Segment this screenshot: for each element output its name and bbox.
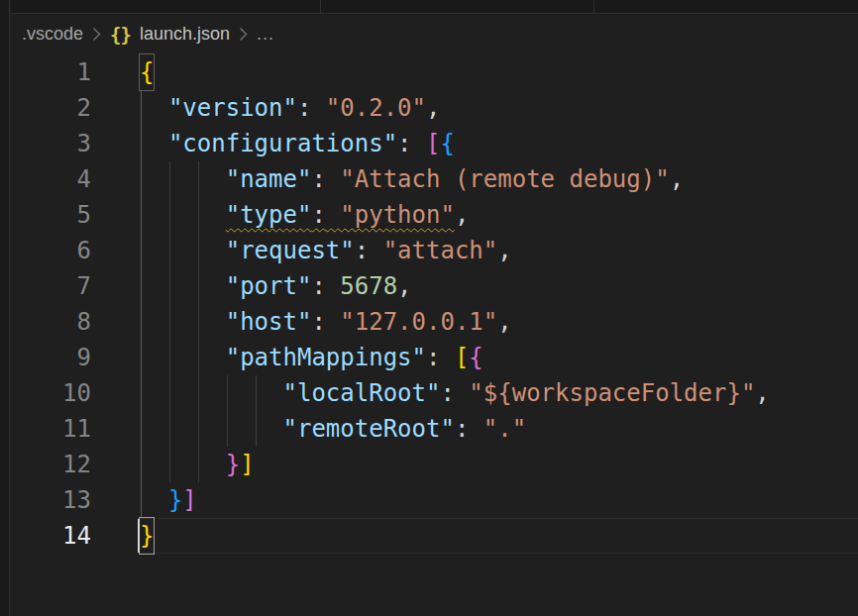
code-line[interactable]: 5 "type": "python", (11, 197, 858, 233)
token: , (397, 272, 411, 300)
tab-2[interactable] (321, 0, 593, 13)
line-number[interactable]: 4 (11, 161, 140, 197)
code-line[interactable]: 8 "host": "127.0.0.1", (11, 304, 858, 340)
token: } (168, 486, 182, 514)
code-line[interactable]: 9 "pathMappings": [{ (11, 340, 858, 375)
bracket-match: { (140, 54, 154, 90)
line-number[interactable]: 10 (11, 375, 140, 411)
token (311, 94, 325, 122)
code-line[interactable]: 14} (11, 518, 858, 554)
code-text: "version": "0.2.0", (140, 90, 440, 126)
code-line[interactable]: 11 "remoteRoot": "." (11, 411, 858, 447)
code-text: { (140, 54, 154, 90)
chevron-right-icon (92, 27, 101, 42)
code-line[interactable]: 3 "configurations": [{ (11, 126, 858, 161)
line-number[interactable]: 14 (11, 518, 140, 554)
token (140, 415, 283, 443)
token: "Attach (remote debug)" (340, 165, 669, 193)
line-number[interactable]: 3 (11, 126, 140, 161)
token: : (440, 379, 454, 407)
breadcrumb-folder[interactable]: .vscode (22, 24, 83, 45)
line-number[interactable]: 7 (11, 268, 140, 304)
code-line[interactable]: 13 }] (11, 482, 858, 518)
line-number[interactable]: 6 (11, 233, 140, 268)
editor-pane[interactable]: 1{2 "version": "0.2.0",3 "configurations… (11, 54, 858, 616)
token: { (440, 130, 454, 157)
token: "127.0.0.1" (340, 308, 497, 336)
token: , (755, 379, 769, 407)
code-line[interactable]: 1{ (11, 54, 858, 90)
code-text: "pathMappings": [{ (140, 340, 483, 375)
code-line[interactable]: 10 "localRoot": "${workspaceFolder}", (11, 375, 858, 411)
token (140, 308, 226, 336)
token: , (670, 165, 684, 193)
token (412, 130, 426, 157)
breadcrumb-file[interactable]: launch.json (140, 24, 230, 45)
token (140, 379, 283, 407)
code-line[interactable]: 12 }] (11, 447, 858, 482)
code-text: "type": "python", (140, 197, 469, 233)
line-number[interactable]: 9 (11, 340, 140, 375)
line-number[interactable]: 13 (11, 482, 140, 518)
token (140, 486, 168, 514)
token: : (311, 201, 325, 229)
token: ] (240, 451, 254, 478)
tab-3[interactable] (594, 0, 858, 13)
token: , (426, 94, 440, 122)
token (140, 201, 226, 229)
token: , (497, 308, 511, 336)
token: ] (182, 486, 196, 514)
code-line[interactable]: 6 "request": "attach", (11, 233, 858, 268)
token: : (355, 237, 369, 264)
token: : (426, 344, 440, 371)
window-left-rail (0, 0, 10, 616)
line-number[interactable]: 11 (11, 411, 140, 447)
breadcrumb-symbol-path[interactable]: ... (257, 24, 274, 45)
code-text: "name": "Attach (remote debug)", (140, 161, 684, 197)
token: "port" (226, 272, 312, 300)
line-number[interactable]: 1 (11, 54, 140, 90)
token (326, 201, 340, 229)
code-line[interactable]: 7 "port": 5678, (11, 268, 858, 304)
chevron-right-icon (239, 27, 248, 42)
line-number[interactable]: 12 (11, 447, 140, 482)
token: "version" (168, 94, 297, 122)
token (140, 272, 226, 300)
token: "0.2.0" (326, 94, 426, 122)
token: : (311, 165, 325, 193)
token: "type" (226, 201, 312, 229)
breadcrumb: .vscode {} launch.json ... (11, 14, 858, 54)
code-text: "port": 5678, (140, 268, 412, 304)
token (140, 165, 226, 193)
code-line[interactable]: 2 "version": "0.2.0", (11, 90, 858, 126)
token: 5678 (340, 272, 397, 300)
token (440, 344, 454, 371)
token: { (469, 344, 483, 371)
line-number[interactable]: 2 (11, 90, 140, 126)
json-file-icon: {} (110, 24, 131, 46)
token (369, 237, 382, 264)
line-number[interactable]: 5 (11, 197, 140, 233)
token: [ (426, 130, 440, 157)
code-text: "host": "127.0.0.1", (140, 304, 512, 340)
code-text: "localRoot": "${workspaceFolder}", (140, 375, 770, 411)
tab-1[interactable] (11, 0, 320, 13)
bracket-match-with-cursor: } (140, 518, 154, 554)
token: : (297, 94, 311, 122)
token: "python" (340, 201, 455, 229)
code-lines: 1{2 "version": "0.2.0",3 "configurations… (11, 54, 858, 554)
token (326, 165, 340, 193)
token: : (455, 415, 469, 443)
token: "remoteRoot" (283, 415, 455, 443)
token: , (497, 237, 511, 264)
token: "request" (226, 237, 355, 264)
token: "attach" (383, 237, 498, 264)
token: "pathMappings" (226, 344, 426, 371)
token (326, 308, 340, 336)
token: [ (455, 344, 469, 371)
code-line[interactable]: 4 "name": "Attach (remote debug)", (11, 161, 858, 197)
token (455, 379, 469, 407)
code-text: "remoteRoot": "." (140, 411, 526, 447)
line-number[interactable]: 8 (11, 304, 140, 340)
token: "${workspaceFolder}" (469, 379, 755, 407)
